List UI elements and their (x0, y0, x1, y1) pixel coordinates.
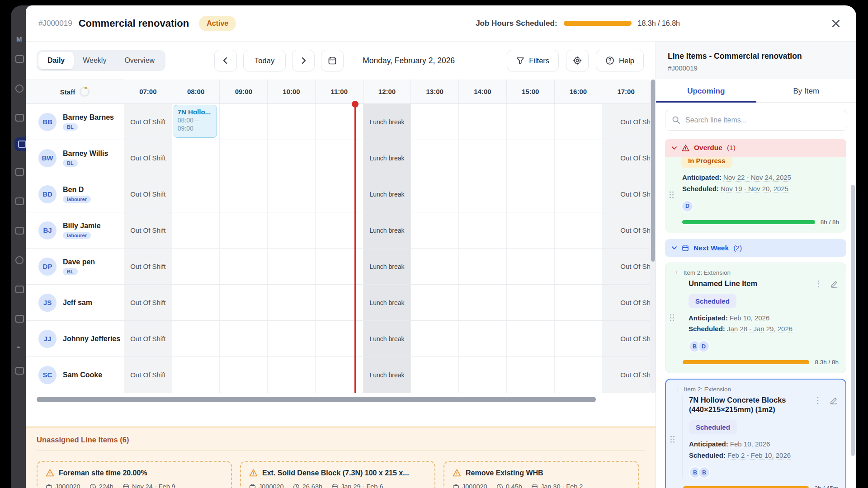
schedule-cell[interactable] (268, 176, 316, 212)
schedule-cell[interactable] (316, 249, 363, 285)
edit-pen-icon[interactable] (829, 396, 838, 405)
schedule-cell[interactable] (459, 212, 507, 249)
schedule-cell[interactable] (220, 212, 268, 249)
next-day-button[interactable] (292, 50, 315, 71)
schedule-cell[interactable] (268, 357, 316, 393)
schedule-cell[interactable] (507, 176, 555, 212)
search-input[interactable] (665, 110, 847, 131)
schedule-cell[interactable] (220, 285, 268, 321)
schedule-cell[interactable] (268, 321, 316, 357)
settings-button[interactable] (566, 50, 589, 71)
schedule-cell[interactable] (316, 357, 363, 393)
schedule-cell[interactable] (172, 357, 220, 393)
schedule-cell[interactable] (411, 212, 459, 249)
schedule-cell[interactable] (507, 321, 555, 357)
schedule-cell[interactable] (555, 321, 603, 357)
schedule-cell[interactable] (507, 104, 555, 140)
drag-handle-icon[interactable] (670, 191, 675, 198)
staff-row[interactable]: BJBilly Jamielabourer (26, 212, 124, 249)
schedule-cell[interactable] (507, 357, 555, 393)
staff-row[interactable]: BDBen Dlabourer (26, 176, 124, 212)
today-button[interactable]: Today (243, 50, 286, 71)
schedule-cell[interactable] (459, 285, 507, 321)
calendar-picker-button[interactable] (321, 50, 344, 71)
schedule-cell[interactable] (172, 249, 220, 285)
schedule-cell[interactable] (220, 357, 268, 393)
panel-scrollbar[interactable] (851, 185, 855, 456)
schedule-cell[interactable] (411, 285, 459, 321)
line-item-card[interactable]: ∟Item 2: Extension Unnamed Line Item ⋮ S… (665, 263, 846, 374)
unassigned-line-item-card[interactable]: Foreman site time 20.00% J000020 224h No… (37, 461, 232, 488)
schedule-cell[interactable] (172, 212, 220, 249)
tab-upcoming[interactable]: Upcoming (656, 79, 756, 102)
schedule-cell[interactable] (411, 104, 459, 140)
schedule-cell[interactable] (555, 212, 603, 249)
schedule-cell[interactable] (268, 140, 316, 176)
scheduled-event-card[interactable]: 7N Hollo...08:00 –09:00 (174, 105, 217, 138)
schedule-cell[interactable] (268, 212, 316, 249)
schedule-cell[interactable] (507, 140, 555, 176)
schedule-cell[interactable] (411, 321, 459, 357)
schedule-cell[interactable] (411, 176, 459, 212)
more-options-icon[interactable]: ⋮ (814, 395, 822, 405)
schedule-cell[interactable] (459, 357, 507, 393)
edit-pen-icon[interactable] (830, 279, 839, 288)
schedule-cell[interactable] (172, 285, 220, 321)
grid-horizontal-scrollbar[interactable] (37, 397, 645, 402)
schedule-cell[interactable] (316, 104, 363, 140)
schedule-cell[interactable] (172, 140, 220, 176)
next-week-section-header[interactable]: Next Week (2) (665, 239, 846, 257)
unassigned-line-item-card[interactable]: Ext. Solid Dense Block (7.3N) 100 x 215 … (240, 461, 435, 488)
schedule-cell[interactable] (316, 176, 363, 212)
line-item-card-overdue[interactable]: In Progress Anticipated: Nov 22 - Nov 24… (665, 157, 846, 233)
schedule-cell[interactable] (459, 140, 507, 176)
schedule-cell[interactable] (220, 176, 268, 212)
schedule-cell[interactable] (411, 357, 459, 393)
schedule-cell[interactable] (555, 357, 603, 393)
schedule-cell[interactable] (555, 176, 603, 212)
schedule-cell[interactable] (555, 249, 603, 285)
drag-handle-icon[interactable] (670, 314, 675, 321)
schedule-cell[interactable] (316, 285, 363, 321)
schedule-cell[interactable] (268, 285, 316, 321)
more-options-icon[interactable]: ⋮ (814, 279, 822, 289)
schedule-cell[interactable]: 7N Hollo...08:00 –09:00 (172, 104, 220, 140)
schedule-cell[interactable] (459, 104, 507, 140)
overdue-section-header[interactable]: Overdue (1) (665, 139, 846, 157)
schedule-cell[interactable] (220, 104, 268, 140)
schedule-cell[interactable] (316, 321, 363, 357)
help-button[interactable]: Help (596, 50, 644, 71)
schedule-cell[interactable] (411, 140, 459, 176)
schedule-cell[interactable] (459, 249, 507, 285)
schedule-cell[interactable] (220, 249, 268, 285)
schedule-cell[interactable] (316, 212, 363, 249)
schedule-cell[interactable] (172, 176, 220, 212)
tab-by-item[interactable]: By Item (756, 79, 857, 102)
schedule-cell[interactable] (507, 212, 555, 249)
staff-row[interactable]: BWBarney WillisBL (26, 140, 124, 176)
schedule-cell[interactable] (555, 285, 603, 321)
schedule-cell[interactable] (555, 104, 603, 140)
staff-row[interactable]: BBBarney BarnesBL (26, 104, 124, 140)
schedule-cell[interactable] (268, 249, 316, 285)
tab-daily[interactable]: Daily (38, 52, 74, 69)
schedule-cell[interactable] (507, 249, 555, 285)
schedule-cell[interactable] (268, 104, 316, 140)
drag-handle-icon[interactable] (670, 436, 675, 443)
schedule-cell[interactable] (220, 321, 268, 357)
schedule-cell[interactable] (507, 285, 555, 321)
grid-vertical-scrollbar[interactable] (650, 80, 656, 393)
tab-overview[interactable]: Overview (115, 52, 164, 69)
schedule-cell[interactable] (316, 140, 363, 176)
line-item-card[interactable]: ∟Item 2: Extension 7N Hollow Concrete Bl… (665, 379, 846, 488)
staff-row[interactable]: SCSam Cooke (26, 357, 124, 393)
staff-row[interactable]: JJJohnny Jefferies (26, 321, 124, 357)
staff-row[interactable]: DPDave penBL (26, 249, 124, 285)
schedule-cell[interactable] (459, 176, 507, 212)
schedule-cell[interactable] (411, 249, 459, 285)
tab-weekly[interactable]: Weekly (74, 52, 115, 69)
staff-row[interactable]: JSJeff sam (26, 285, 124, 321)
filters-button[interactable]: Filters (507, 50, 559, 71)
schedule-cell[interactable] (555, 140, 603, 176)
unassigned-line-item-card[interactable]: Remove Existing WHB J000020 0.45h Jan 30… (443, 461, 639, 488)
